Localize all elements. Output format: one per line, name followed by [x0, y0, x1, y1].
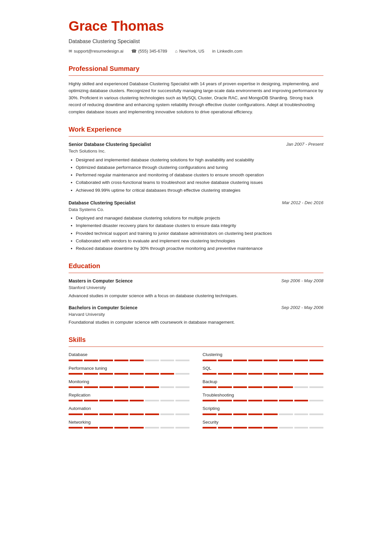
skill-segment-filled — [145, 413, 159, 415]
skill-segment-filled — [203, 413, 217, 415]
candidate-title: Database Clustering Specialist — [69, 38, 323, 45]
skill-segment-filled — [130, 413, 144, 415]
skill-segment-filled — [264, 400, 278, 401]
skill-segment-filled — [309, 360, 323, 361]
skill-segment-empty — [175, 373, 189, 375]
summary-text: Highly skilled and experienced Database … — [69, 80, 323, 116]
skill-segment-filled — [218, 413, 232, 415]
skill-item: Security — [203, 419, 323, 429]
skill-segment-filled — [248, 360, 262, 361]
education-title: Education — [69, 261, 323, 271]
email-value: support@resumedesign.ai — [74, 48, 123, 55]
skill-segment-filled — [203, 427, 217, 429]
skill-segment-filled — [248, 400, 262, 401]
skill-name: Security — [203, 419, 323, 426]
skill-segment-filled — [99, 400, 113, 401]
skill-name: Clustering — [203, 351, 323, 358]
skill-segment-filled — [248, 386, 262, 388]
education-divider — [69, 273, 323, 273]
skill-item: SQL — [203, 365, 323, 375]
skill-segment-filled — [84, 427, 98, 429]
edu-desc: Foundational studies in computer science… — [69, 319, 323, 326]
skill-segment-empty — [175, 386, 189, 388]
linkedin-icon: in — [212, 48, 216, 55]
skill-segment-filled — [294, 400, 308, 401]
job-bullets: Designed and implemented database cluste… — [69, 157, 323, 194]
skill-segment-empty — [175, 360, 189, 361]
skill-segment-filled — [264, 427, 278, 429]
skill-segment-empty — [160, 386, 174, 388]
skill-segment-filled — [248, 413, 262, 415]
skill-segment-empty — [160, 413, 174, 415]
skill-segment-filled — [84, 400, 98, 401]
job-bullet: Achieved 99.99% uptime for critical data… — [76, 187, 323, 194]
contact-row: ✉ support@resumedesign.ai ☎ (555) 345-67… — [69, 48, 323, 55]
skill-bar — [69, 360, 189, 361]
skill-segment-filled — [218, 427, 232, 429]
skill-segment-filled — [294, 373, 308, 375]
skill-segment-filled — [99, 373, 113, 375]
skill-segment-empty — [160, 427, 174, 429]
skill-item: Database — [69, 351, 189, 361]
job-dates: Mar 2012 - Dec 2016 — [282, 200, 323, 206]
job-title: Senior Database Clustering Specialist — [69, 141, 151, 148]
skills-title: Skills — [69, 335, 323, 345]
skill-name: SQL — [203, 365, 323, 372]
skill-item: Networking — [69, 419, 189, 429]
skill-segment-filled — [99, 413, 113, 415]
skill-item: Scripting — [203, 405, 323, 415]
skill-segment-filled — [69, 400, 83, 401]
skill-segment-filled — [99, 427, 113, 429]
job-bullet: Performed regular maintenance and monito… — [76, 172, 323, 178]
skill-segment-empty — [309, 400, 323, 401]
skill-name: Database — [69, 351, 189, 358]
phone-value: (555) 345-6789 — [138, 48, 167, 55]
job-entry: Senior Database Clustering Specialist Ja… — [69, 141, 323, 194]
location-value: NewYork, US — [179, 48, 204, 55]
skill-segment-filled — [203, 386, 217, 388]
skill-segment-filled — [248, 427, 262, 429]
job-bullet: Collaborated with vendors to evaluate an… — [76, 238, 323, 244]
skill-segment-filled — [84, 386, 98, 388]
job-title: Database Clustering Specialist — [69, 200, 136, 206]
skill-segment-filled — [279, 373, 293, 375]
resume-header: Grace Thomas Database Clustering Special… — [69, 16, 323, 55]
skill-segment-empty — [145, 360, 159, 361]
skill-bar — [203, 386, 323, 388]
skill-segment-filled — [218, 400, 232, 401]
skill-segment-empty — [175, 413, 189, 415]
skill-segment-empty — [145, 400, 159, 401]
skill-segment-empty — [279, 427, 293, 429]
skill-segment-empty — [309, 413, 323, 415]
skills-divider — [69, 347, 323, 347]
location-contact: ⌂ NewYork, US — [175, 48, 204, 55]
skill-name: Performance tuning — [69, 365, 189, 372]
skill-name: Replication — [69, 392, 189, 398]
skill-name: Monitoring — [69, 379, 189, 385]
job-entry: Database Clustering Specialist Mar 2012 … — [69, 200, 323, 252]
skill-segment-filled — [203, 373, 217, 375]
edu-degree: Bachelors in Computer Science — [69, 304, 138, 311]
edu-dates: Sep 2002 - May 2006 — [281, 304, 323, 311]
skill-segment-filled — [233, 413, 247, 415]
skill-segment-filled — [279, 360, 293, 361]
skill-segment-empty — [294, 427, 308, 429]
skill-item: Backup — [203, 379, 323, 388]
skill-name: Scripting — [203, 405, 323, 412]
skill-segment-filled — [218, 360, 232, 361]
skill-item: Troubleshooting — [203, 392, 323, 401]
job-company: Tech Solutions Inc. — [69, 148, 323, 154]
skill-bar — [69, 400, 189, 401]
edu-desc: Advanced studies in computer science wit… — [69, 293, 323, 299]
skill-segment-filled — [114, 413, 128, 415]
skill-segment-filled — [264, 386, 278, 388]
edu-school: Harvard University — [69, 311, 323, 318]
skill-segment-filled — [203, 360, 217, 361]
skill-segment-empty — [279, 413, 293, 415]
skill-item: Automation — [69, 405, 189, 415]
linkedin-contact: in LinkedIn.com — [212, 48, 242, 55]
jobs-list: Senior Database Clustering Specialist Ja… — [69, 141, 323, 252]
skill-segment-filled — [264, 360, 278, 361]
email-contact: ✉ support@resumedesign.ai — [69, 48, 123, 55]
skill-segment-filled — [114, 400, 128, 401]
